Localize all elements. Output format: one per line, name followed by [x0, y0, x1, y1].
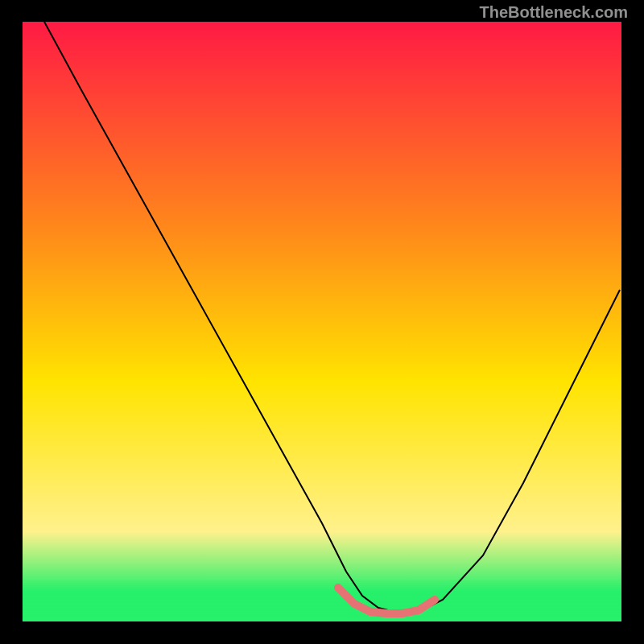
watermark-text: TheBottleneck.com	[480, 3, 628, 22]
plot-background	[23, 22, 621, 621]
bottleneck-chart	[0, 0, 644, 644]
chart-frame: TheBottleneck.com	[0, 0, 644, 644]
